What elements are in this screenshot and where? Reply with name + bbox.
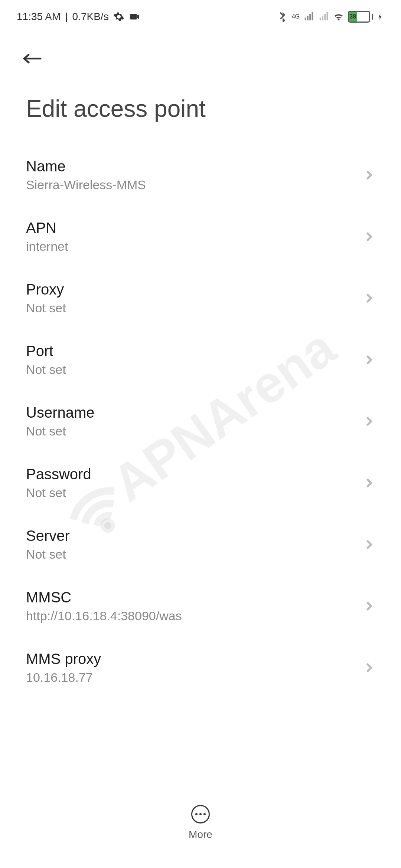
setting-value: internet [26,239,363,254]
setting-value: Not set [26,362,363,377]
setting-server[interactable]: Server Not set [0,514,401,576]
gear-icon [113,11,124,22]
setting-label: Server [26,527,363,544]
signal-1-icon [303,11,314,22]
chevron-right-icon [363,292,375,304]
setting-label: APN [26,220,363,236]
page-title: Edit access point [0,80,401,145]
setting-apn[interactable]: APN internet [0,206,401,268]
setting-label: Password [26,466,363,483]
setting-value: 10.16.18.77 [26,670,363,685]
wifi-icon [333,11,344,22]
charging-icon [377,11,384,22]
setting-port[interactable]: Port Not set [0,329,401,391]
setting-value: Not set [26,301,363,315]
chevron-right-icon [363,600,375,612]
setting-label: MMS proxy [26,651,363,667]
status-speed: 0.7KB/s [72,11,109,23]
bluetooth-icon [277,11,288,22]
signal-type: 4G [292,13,300,20]
setting-value: Not set [26,424,363,438]
chevron-right-icon [363,477,375,489]
setting-value: http://10.16.18.4:38090/was [26,609,363,623]
chevron-right-icon [363,662,375,674]
setting-username[interactable]: Username Not set [0,391,401,453]
setting-label: Proxy [26,281,363,298]
setting-label: Port [26,343,363,359]
chevron-right-icon [363,231,375,243]
setting-password[interactable]: Password Not set [0,453,401,514]
status-bar: 11:35 AM | 0.7KB/s 4G 38 [0,0,401,33]
footer-bar: More [0,805,401,841]
back-arrow-icon[interactable] [22,48,43,69]
setting-label: Username [26,404,363,421]
chevron-right-icon [363,354,375,366]
setting-proxy[interactable]: Proxy Not set [0,268,401,329]
setting-name[interactable]: Name Sierra-Wireless-MMS [0,145,401,206]
more-button[interactable] [191,805,210,823]
status-time: 11:35 AM [17,11,61,23]
more-label: More [189,829,212,841]
setting-value: Not set [26,547,363,562]
setting-mms-proxy[interactable]: MMS proxy 10.16.18.77 [0,637,401,699]
setting-label: Name [26,158,363,175]
settings-list: Name Sierra-Wireless-MMS APN internet Pr… [0,145,401,857]
battery-indicator: 38 [348,11,373,23]
camera-icon [129,11,140,22]
header [0,33,401,80]
chevron-right-icon [363,539,375,550]
chevron-right-icon [363,169,375,181]
chevron-right-icon [363,415,375,427]
setting-mmsc[interactable]: MMSC http://10.16.18.4:38090/was [0,576,401,637]
setting-label: MMSC [26,589,363,606]
setting-value: Sierra-Wireless-MMS [26,178,363,192]
signal-2-icon [318,11,329,22]
setting-value: Not set [26,486,363,500]
